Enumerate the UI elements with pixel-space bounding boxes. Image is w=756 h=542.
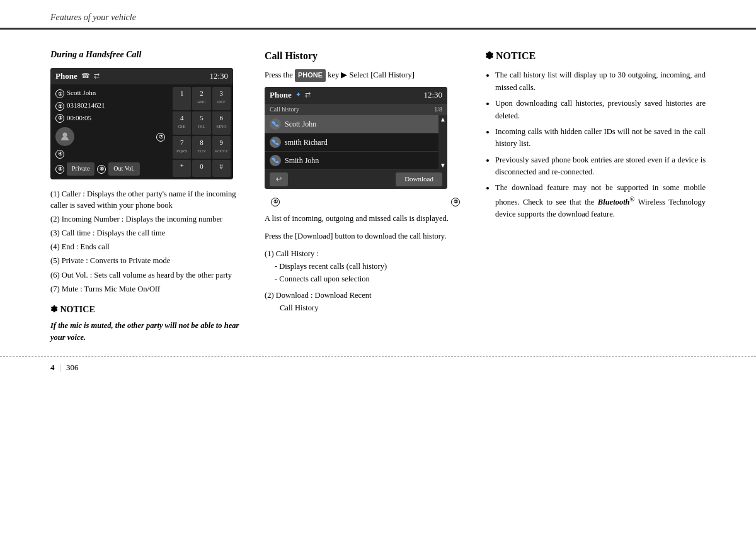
private-btn[interactable]: Private [67,162,94,176]
arrows-icon-2: ⇄ [305,90,311,100]
annot-5: ⑤ [55,165,64,174]
contact-name-1: Scott John [285,119,316,130]
key-8[interactable]: 8TUV [192,136,210,159]
key-hash[interactable]: # [212,160,231,176]
sub-item-2: (2) Download : Download Recent Call Hist… [265,289,466,314]
sub-item-2-body: Call History [265,302,466,314]
key-4[interactable]: 4GHI [173,111,191,135]
list-item: (3) Call time : Displays the call time [50,227,246,239]
annot-3: ③ [55,114,64,123]
footer-separator: | [60,362,62,374]
header-title: Features of your vehicle [50,13,136,22]
phone-title-2: Phone [270,89,292,101]
call-icon-1 [270,118,281,130]
left-notice-text: If the mic is muted, the other party wil… [50,320,246,344]
annot-1: ① [55,89,64,98]
annot-2: ② [55,102,64,111]
left-notice-title: ✽ NOTICE [50,303,246,316]
col-right: ✽ NOTICE The call history list will disp… [485,48,706,343]
bluetooth-text: Bluetooth [598,198,630,206]
notice-item-5: The download feature may not be supporte… [495,182,706,220]
phone-handset-icon: ☎ [81,71,90,81]
vol-btn[interactable]: Out Vol. [108,162,140,176]
svg-point-0 [63,133,67,137]
phone2-annots: ① ② [265,198,466,206]
intro-text-2: key ▶ Select [Call History] [328,71,415,79]
notice-item-4: Previously saved phone book entries are … [495,154,706,179]
phone-number: 03180214621 [67,101,105,111]
list-item: (6) Out Vol. : Sets call volume as heard… [50,269,246,281]
phone-bottom-btns: ⑤ Private ⑥ Out Vol. [55,162,165,176]
phone-btn-row: ④ [55,150,165,159]
list-item: (4) End : Ends call [50,241,246,252]
call-timer: 00:00:05 [67,113,91,123]
key-7[interactable]: 7PQRS [173,136,191,159]
contact-1[interactable]: Scott John [265,115,438,133]
bar-label: Call history [270,105,299,115]
key-3[interactable]: 3DEF [212,87,231,110]
call-icon-3 [270,155,281,166]
avatar-icon [55,127,74,146]
phone-avatar-row: ⑦ [55,127,165,146]
key-6[interactable]: 6MNO [212,111,231,135]
phone2-annot-2: ② [451,198,460,206]
phone-time-1: 12:30 [209,71,228,82]
bar-page: 1/8 [434,105,442,115]
phone-keypad: 1 2ABC 3DEF 4GHI 5JKL 6MNO 7PQRS 8TUV 9W… [170,84,233,179]
list-item: (1) Caller : Displays the other party's … [50,188,246,211]
phone-time-2: 12:30 [423,89,442,101]
sub-item-2-title: (2) Download : Download Recent [265,291,371,300]
phone-header-1: Phone ☎ ⇄ 12:30 [50,68,233,85]
list-item: (7) Mute : Turns Mic Mute On/Off [50,283,246,295]
scroll-down-icon[interactable]: ▼ [440,162,446,169]
content-area: During a Handsfree Call Phone ☎ ⇄ 12:30 … [0,30,756,356]
call-icon-2 [270,137,281,148]
notice-item-2: Upon downloading call histories, previou… [495,98,706,122]
mid-para-2: Press the [Download] button to download … [265,230,466,242]
key-5[interactable]: 5JKL [192,111,210,135]
contact-3[interactable]: Smith John [265,152,438,170]
annot-4: ④ [55,150,64,159]
contact-name-3: Smith John [285,155,319,166]
col-mid: Call History Press the PHONE key ▶ Selec… [265,48,466,343]
left-notice: ✽ NOTICE If the mic is muted, the other … [50,303,246,344]
page-header: Features of your vehicle [0,0,756,30]
left-section-title: During a Handsfree Call [50,48,246,61]
phone-arrows-icon: ⇄ [94,71,100,81]
right-notice-list: The call history list will display up to… [485,69,706,220]
key-2[interactable]: 2ABC [192,87,210,110]
phone-left-panel: ① Scott John ② 03180214621 ③ 00:00:05 [50,84,170,179]
page-footer: 4 | 306 [0,356,756,379]
phone-key-label: PHONE [295,69,326,81]
sub-item-1-b: - Connects call upon selection [265,273,466,285]
notice-item-3: Incoming calls with hidden caller IDs wi… [495,126,706,150]
footer-page: 306 [66,362,79,374]
sub-item-1-a: - Displays recent calls (call history) [265,260,466,273]
sub-item-1-title: (1) Call History : [265,249,319,258]
footer-number: 4 [50,362,55,374]
back-button[interactable]: ↩ [270,172,288,186]
phone2-footer: ↩ Download [265,170,447,189]
col-left: During a Handsfree Call Phone ☎ ⇄ 12:30 … [50,48,246,343]
key-9[interactable]: 9WXYZ [212,136,231,159]
left-desc-list: (1) Caller : Displays the other party's … [50,188,246,295]
key-1[interactable]: 1 [173,87,191,110]
key-0[interactable]: 0 [192,160,210,176]
phone2-header: Phone ✦ ⇄ 12:30 [265,87,447,104]
phone-body-1: ① Scott John ② 03180214621 ③ 00:00:05 [50,84,233,179]
mid-sub-items: (1) Call History : - Displays recent cal… [265,247,466,314]
contact-name-2: smith Richard [285,137,328,148]
phone-ui-1: Phone ☎ ⇄ 12:30 ① Scott John ② [50,68,233,179]
phone2-list-wrapper: Scott John smith Richard S [265,115,447,170]
download-button[interactable]: Download [396,172,442,186]
phone-title-1: Phone [55,71,77,82]
phone2-contact-list: Scott John smith Richard S [265,115,438,170]
contact-2[interactable]: smith Richard [265,133,438,152]
scroll-up-icon[interactable]: ▲ [440,116,446,123]
phone2-annot-1: ① [271,198,280,206]
list-item: (5) Private : Converts to Private mode [50,255,246,266]
call-history-bar: Call history 1/8 [265,104,447,116]
list-item: (2) Incoming Number : Displays the incom… [50,213,246,225]
annot-6: ⑥ [97,165,106,174]
key-star[interactable]: * [173,160,191,176]
